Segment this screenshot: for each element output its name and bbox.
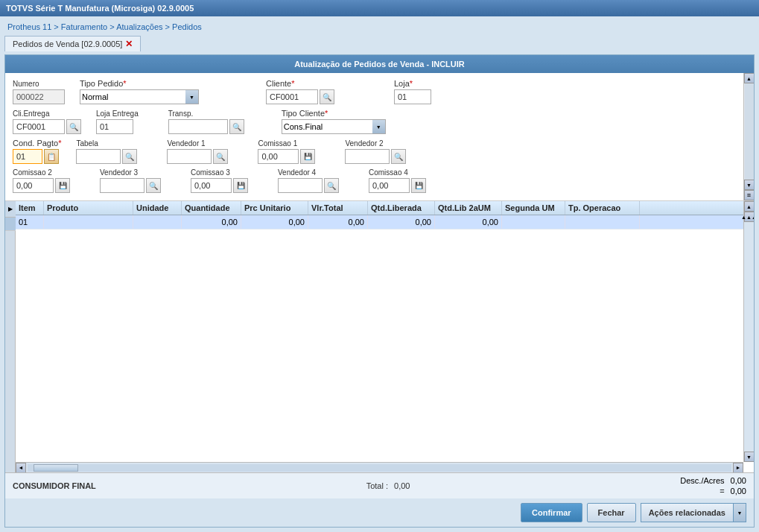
vendedor4-search-btn[interactable]: 🔍 [324,178,339,193]
field-tipo-cliente: Tipo Cliente* Cons.Final Revendedor Indu… [282,109,386,134]
h-scroll-right-btn[interactable] [733,463,743,473]
cond-pagto-search-btn[interactable]: 📋 [44,149,59,164]
cli-entrega-search-btn[interactable]: 🔍 [66,119,81,134]
transp-search-btn[interactable]: 🔍 [229,119,244,134]
h-scroll-thumb[interactable] [34,464,78,472]
comissao4-icon-btn[interactable]: 💾 [411,178,426,193]
vendedor2-label: Vendedor 2 [345,139,406,148]
field-comissao4: Comissao 4 💾 [369,168,426,193]
comissao2-input[interactable] [13,178,54,193]
transp-input[interactable] [168,119,228,134]
h-scroll-area [16,462,743,472]
numero-input[interactable] [13,89,65,104]
cond-pagto-input[interactable] [13,149,42,164]
loja-entrega-input[interactable] [96,119,133,134]
acoes-button[interactable]: Ações relacionadas [641,503,733,522]
vendedor2-input[interactable] [345,149,390,164]
fields-row-1: Numero Tipo Pedido* Normal Especial Urge… [13,79,746,104]
grid-scroll-up[interactable] [744,201,755,212]
comissao1-icon-btn[interactable]: 💾 [300,149,315,164]
footer-total: Total : 0,00 [366,481,410,490]
loja-label: Loja* [394,79,431,88]
grid-body: 01 0,00 0,00 0,00 0,00 0,00 [16,215,743,462]
field-cond-pagto: Cond. Pagto* 📋 [13,139,61,164]
fields-row-2: Cli.Entrega 🔍 Loja Entrega Transp. 🔍 [13,109,746,134]
tipo-pedido-select[interactable]: Normal Especial Urgente [80,89,199,104]
tab-label: Pedidos de Venda [02.9.0005] [13,39,122,48]
comissao3-icon-btn[interactable]: 💾 [233,178,248,193]
table-row[interactable]: 01 0,00 0,00 0,00 0,00 0,00 [16,215,743,229]
cell-qtdliberada: 0,00 [368,215,435,229]
cliente-search-btn[interactable]: 🔍 [320,89,334,104]
vendedor3-input[interactable] [100,178,145,193]
vendedor3-search-btn[interactable]: 🔍 [146,178,161,193]
desc-acres-value: 0,00 [731,476,746,485]
cliente-label: Cliente* [266,79,334,88]
vendedor2-search-btn[interactable]: 🔍 [391,149,406,164]
field-numero: Numero [13,80,65,104]
fields-scrollbar[interactable]: ≡ [743,73,754,200]
transp-label: Transp. [168,110,244,118]
field-comissao1: Comissao 1 💾 [258,139,315,164]
comissao4-input[interactable] [369,178,410,193]
tabela-search-btn[interactable]: 🔍 [122,149,137,164]
comissao1-input-group: 💾 [258,149,315,164]
fechar-button[interactable]: Fechar [587,503,636,522]
vendedor2-input-group: 🔍 [345,149,406,164]
comissao1-input[interactable] [258,149,299,164]
grid-scroll-page-up[interactable]: ▲▲ [744,212,755,222]
vendedor1-search-btn[interactable]: 🔍 [213,149,228,164]
cell-unidade [133,215,182,229]
cli-entrega-input[interactable] [13,119,65,134]
tab-pedidos[interactable]: Pedidos de Venda [02.9.0005] ✕ [4,36,141,51]
footer-desc-acres-row: Desc./Acres 0,00 [680,476,746,485]
equals-value: 0,00 [731,487,746,495]
acoes-dropdown: Ações relacionadas [641,503,746,522]
field-tabela: Tabela 🔍 [76,139,137,164]
grid-right-scroll[interactable]: ▲▲ [743,201,754,462]
field-tipo-pedido: Tipo Pedido* Normal Especial Urgente [80,79,199,104]
tipo-cliente-label: Tipo Cliente* [282,109,386,118]
grid-left-header[interactable]: ▶ [5,201,16,218]
h-scroll-left-btn[interactable] [16,463,26,473]
tipo-pedido-label: Tipo Pedido* [80,79,199,88]
field-cliente: Cliente* 🔍 [266,79,334,104]
cliente-input[interactable] [266,89,318,104]
cli-entrega-label: Cli.Entrega [13,110,81,118]
grid-scroll-down[interactable] [744,452,755,462]
loja-input[interactable] [394,89,431,104]
cond-pagto-label: Cond. Pagto* [13,139,61,148]
confirmar-button[interactable]: Confirmar [521,503,582,522]
field-cli-entrega: Cli.Entrega 🔍 [13,110,81,134]
main-window: Protheus 11 > Faturamento > Atualizações… [0,16,759,532]
field-comissao2: Comissao 2 💾 [13,168,70,193]
vendedor4-input[interactable] [278,178,323,193]
cell-prcunitario: 0,00 [241,215,308,229]
btn-bar: Confirmar Fechar Ações relacionadas [5,498,754,527]
cell-vlrtotal: 0,00 [308,215,368,229]
close-tab-icon[interactable]: ✕ [125,39,133,49]
tabela-label: Tabela [76,139,137,148]
fields-row-3: Cond. Pagto* 📋 Tabela 🔍 Vendedor 1 [13,139,746,164]
col-header-tpoperacao: Tp. Operacao [565,201,640,215]
acoes-dropdown-arrow[interactable] [733,503,746,522]
fields-scroll-menu[interactable]: ≡ [744,190,755,200]
tabela-input[interactable] [76,149,121,164]
fields-scroll-up[interactable] [744,73,755,83]
col-header-item: Item [16,201,44,215]
footer-equals-row: = 0,00 [720,487,746,495]
cell-qtdlib2aum: 0,00 [435,215,502,229]
vendedor1-input[interactable] [167,149,212,164]
grid-row-indicator[interactable] [5,218,16,231]
comissao1-label: Comissao 1 [258,139,315,148]
comissao2-icon-btn[interactable]: 💾 [55,178,70,193]
tipo-cliente-select[interactable]: Cons.Final Revendedor Industrial [282,119,386,134]
comissao3-input[interactable] [191,178,232,193]
col-header-unidade: Unidade [133,201,182,215]
fields-area: Numero Tipo Pedido* Normal Especial Urge… [5,73,754,201]
col-header-segundaum: Segunda UM [502,201,565,215]
fields-scroll-down[interactable] [744,180,755,190]
vendedor1-input-group: 🔍 [167,149,228,164]
tipo-pedido-select-wrapper: Normal Especial Urgente [80,89,199,104]
numero-label: Numero [13,80,65,88]
